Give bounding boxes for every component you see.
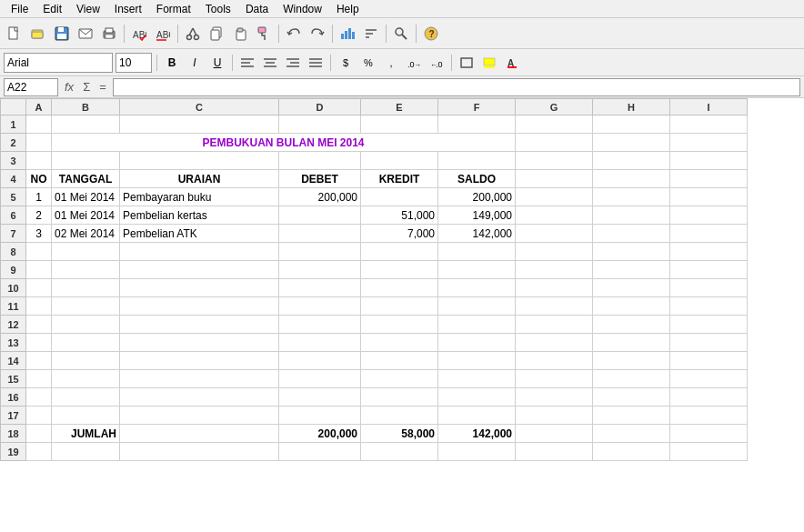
format-paint-button[interactable] — [253, 23, 275, 45]
cell[interactable] — [120, 279, 279, 297]
cell[interactable]: 51,000 — [361, 206, 438, 225]
underline-button[interactable]: U — [207, 53, 227, 73]
save-button[interactable] — [51, 23, 73, 45]
cell[interactable] — [52, 279, 120, 297]
cell[interactable] — [120, 316, 279, 334]
row-header-4[interactable]: 4 — [1, 170, 26, 188]
cell[interactable] — [279, 334, 361, 352]
sort-button[interactable] — [360, 23, 382, 45]
print-button[interactable] — [98, 23, 120, 45]
cell[interactable]: Pembelian ATK — [120, 225, 279, 243]
cell[interactable] — [120, 152, 279, 170]
cell[interactable] — [516, 316, 593, 334]
cell[interactable] — [516, 152, 593, 170]
cell[interactable] — [52, 152, 120, 170]
spellcheck-button[interactable]: ABC — [128, 23, 150, 45]
cell[interactable] — [516, 334, 593, 352]
cell[interactable] — [670, 261, 748, 279]
cell[interactable] — [52, 334, 120, 352]
row-header-2[interactable]: 2 — [1, 134, 26, 152]
cell[interactable] — [120, 297, 279, 316]
cell[interactable] — [438, 388, 516, 407]
cell[interactable] — [120, 425, 279, 443]
cell[interactable] — [26, 370, 52, 388]
row-header-18[interactable]: 18 — [1, 425, 26, 443]
cell[interactable] — [593, 225, 670, 243]
italic-button[interactable]: I — [185, 53, 205, 73]
row-header-14[interactable]: 14 — [1, 352, 26, 370]
cell-reference-input[interactable] — [4, 78, 58, 96]
menu-window[interactable]: Window — [276, 1, 329, 17]
cell[interactable] — [361, 297, 438, 316]
chart-button[interactable] — [337, 23, 358, 45]
cell[interactable] — [52, 297, 120, 316]
bold-button[interactable]: B — [162, 53, 182, 73]
sigma-icon[interactable]: Σ — [80, 80, 93, 94]
cell[interactable]: 01 Mei 2014 — [52, 188, 120, 206]
cell[interactable] — [516, 261, 593, 279]
cell[interactable] — [279, 443, 361, 461]
cell[interactable] — [361, 407, 438, 425]
row-header-16[interactable]: 16 — [1, 388, 26, 407]
cell[interactable] — [593, 388, 670, 407]
cell[interactable] — [120, 443, 279, 461]
border-button[interactable] — [457, 53, 477, 73]
cell[interactable] — [26, 279, 52, 297]
menu-format[interactable]: Format — [149, 1, 198, 17]
row-header-1[interactable]: 1 — [1, 115, 26, 134]
row-header-12[interactable]: 12 — [1, 316, 26, 334]
cell[interactable] — [438, 279, 516, 297]
col-header-b[interactable]: B — [52, 99, 120, 115]
cell[interactable] — [26, 316, 52, 334]
row-header-9[interactable]: 9 — [1, 261, 26, 279]
equals-icon[interactable]: = — [96, 80, 109, 94]
cell[interactable] — [361, 334, 438, 352]
font-selector[interactable] — [4, 53, 113, 73]
cell[interactable] — [593, 261, 670, 279]
cell[interactable]: 200,000 — [279, 188, 361, 206]
cell[interactable] — [593, 425, 670, 443]
cell[interactable] — [26, 407, 52, 425]
menu-tools[interactable]: Tools — [198, 1, 238, 17]
cell[interactable]: 7,000 — [361, 225, 438, 243]
cell[interactable] — [593, 443, 670, 461]
cell[interactable] — [279, 152, 361, 170]
cell[interactable] — [438, 407, 516, 425]
cell[interactable] — [120, 407, 279, 425]
cell[interactable] — [516, 225, 593, 243]
cell[interactable] — [26, 261, 52, 279]
cell[interactable] — [438, 352, 516, 370]
cell[interactable] — [52, 261, 120, 279]
cell[interactable] — [26, 152, 52, 170]
cell[interactable] — [516, 170, 593, 188]
col-header-d[interactable]: D — [279, 99, 361, 115]
cell[interactable] — [26, 334, 52, 352]
cell[interactable] — [438, 243, 516, 261]
cell[interactable] — [279, 225, 361, 243]
cell[interactable] — [593, 134, 670, 152]
menu-file[interactable]: File — [4, 1, 35, 17]
cell[interactable] — [593, 206, 670, 225]
undo-button[interactable] — [283, 23, 305, 45]
currency-button[interactable]: $ — [336, 53, 356, 73]
cell[interactable] — [670, 370, 748, 388]
cell[interactable] — [516, 279, 593, 297]
col-header-c[interactable]: C — [120, 99, 279, 115]
cell[interactable] — [670, 188, 748, 206]
row-header-10[interactable]: 10 — [1, 279, 26, 297]
cell[interactable]: 142,000 — [438, 225, 516, 243]
cell[interactable] — [279, 352, 361, 370]
cell[interactable] — [670, 152, 748, 170]
redo-button[interactable] — [307, 23, 328, 45]
cell[interactable] — [52, 388, 120, 407]
cell[interactable] — [279, 206, 361, 225]
cell[interactable] — [593, 152, 670, 170]
cell[interactable] — [593, 170, 670, 188]
cell[interactable] — [593, 316, 670, 334]
font-color-button[interactable]: A — [502, 53, 522, 73]
cell[interactable] — [26, 297, 52, 316]
cell[interactable]: Pembayaran buku — [120, 188, 279, 206]
cell[interactable] — [26, 388, 52, 407]
cell[interactable] — [516, 352, 593, 370]
cell[interactable] — [516, 407, 593, 425]
